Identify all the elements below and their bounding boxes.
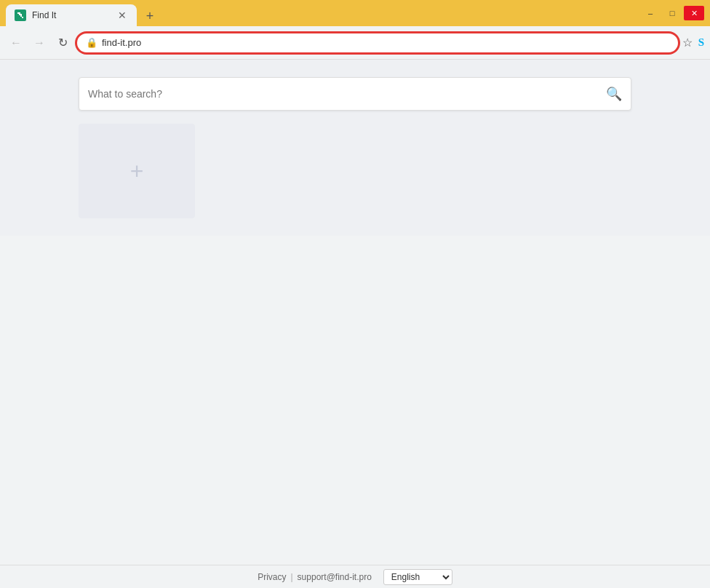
- privacy-link[interactable]: Privacy: [258, 572, 286, 582]
- main-content: 🔍 +: [0, 60, 710, 236]
- address-bar-highlight: 🔒: [76, 32, 679, 54]
- find-it-favicon: [15, 9, 26, 21]
- reload-button[interactable]: ↻: [52, 33, 73, 53]
- browser-tab[interactable]: Find It ✕: [6, 4, 137, 26]
- search-bar[interactable]: 🔍: [79, 77, 631, 111]
- window-controls: – □ ✕: [640, 6, 704, 20]
- forward-icon: →: [33, 36, 45, 49]
- back-button[interactable]: ←: [6, 33, 26, 53]
- back-icon: ←: [10, 36, 22, 49]
- search-icon: 🔍: [606, 86, 622, 102]
- tab-title: Find It: [32, 10, 111, 20]
- add-bookmark-icon: +: [130, 158, 144, 185]
- page-content: 🔍 +: [0, 60, 710, 588]
- forward-button[interactable]: →: [29, 33, 49, 53]
- language-selector[interactable]: English Español Français Deutsch: [383, 569, 452, 585]
- browser-window: Find It ✕ + – □ ✕ ← → ↻ 🔒 ☆ S: [0, 0, 710, 588]
- address-bar-actions: ☆ S: [682, 36, 704, 49]
- reload-icon: ↻: [58, 36, 68, 49]
- support-link[interactable]: support@find-it.pro: [298, 572, 372, 582]
- bookmark-star-icon[interactable]: ☆: [682, 36, 693, 49]
- url-input[interactable]: [102, 37, 669, 48]
- close-button[interactable]: ✕: [684, 6, 704, 20]
- lock-icon: 🔒: [86, 37, 97, 48]
- address-bar: ← → ↻ 🔒 ☆ S: [0, 26, 710, 60]
- footer: Privacy | support@find-it.pro English Es…: [0, 565, 710, 588]
- minimize-button[interactable]: –: [640, 6, 661, 20]
- tab-close-button[interactable]: ✕: [116, 9, 128, 22]
- new-tab-button[interactable]: +: [140, 6, 160, 26]
- search-input[interactable]: [88, 88, 600, 100]
- skype-icon[interactable]: S: [698, 36, 704, 49]
- footer-separator: |: [290, 572, 292, 582]
- title-bar: Find It ✕ + – □ ✕: [0, 0, 710, 26]
- bookmarks-grid: +: [79, 124, 631, 218]
- restore-button[interactable]: □: [662, 6, 682, 20]
- add-bookmark-button[interactable]: +: [79, 124, 195, 218]
